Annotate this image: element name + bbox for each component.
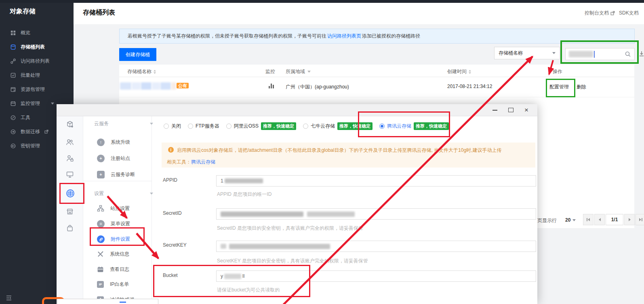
tencent-cos-tool-link[interactable]: 腾讯云存储	[191, 159, 215, 165]
chevron-down-icon	[150, 193, 153, 195]
sidebar-item-bucket-list[interactable]: 存储桶列表	[0, 41, 74, 53]
users-icon[interactable]	[66, 138, 74, 146]
close-button[interactable]: ×	[520, 104, 533, 116]
redacted-bucket-name[interactable]	[120, 82, 176, 90]
paperclip-icon	[97, 235, 105, 243]
info-icon: i	[168, 147, 174, 153]
globe-icon[interactable]	[66, 189, 75, 198]
menu-item-system-info[interactable]: 系统信息	[97, 249, 129, 258]
option-qiniu[interactable]: 七牛云存储 推荐，快速稳定	[303, 122, 373, 130]
option-ftp[interactable]: FTP服务器	[188, 123, 219, 130]
sidebar-item-resource-package[interactable]: 资源包管理	[0, 83, 74, 95]
cos-usage-notice: i 启用腾讯云cos对象存储后，请把/attachment目录（不包括此目录及g…	[162, 143, 535, 168]
bucket-label: Bucket	[163, 273, 178, 278]
sidebar-item-label: 数据迁移	[21, 128, 40, 135]
column-header-bucket-name[interactable]: 存储桶名称	[127, 68, 156, 75]
menu-item-ip-whitelist[interactable]: IP IP白名单	[97, 280, 129, 289]
column-header-created[interactable]: 创建时间	[447, 68, 471, 75]
maximize-button[interactable]	[504, 104, 518, 116]
notice-line1: 启用腾讯云cos对象存储后，请把/attachment目录（不包括此目录及glo…	[177, 147, 501, 154]
menu-group-cloud[interactable]: 云服务	[94, 120, 153, 127]
bag-lock-icon[interactable]	[66, 224, 74, 232]
user-lock-icon[interactable]	[66, 154, 74, 162]
overview-icon	[10, 30, 16, 36]
ip-icon: IP	[97, 281, 104, 288]
last-page-button[interactable]	[636, 214, 644, 225]
column-header-region[interactable]: 所属地域	[286, 68, 311, 75]
diagnosis-icon: +	[97, 171, 105, 178]
radio-icon[interactable]	[188, 124, 193, 129]
menu-item-view-logs[interactable]: 查看日志	[97, 265, 129, 274]
option-aliyun-oss[interactable]: 阿里云OSS 推荐，快速稳定	[226, 122, 296, 130]
table-header-divider	[119, 77, 634, 77]
bucket-list-icon	[10, 44, 16, 50]
sidebar-item-label: 资源包管理	[21, 86, 45, 93]
sidebar-item-overview[interactable]: 概览	[0, 27, 74, 39]
column-header-monitor: 监控	[265, 68, 275, 75]
access-path-page-link[interactable]: 访问路径列表页	[327, 33, 361, 40]
sidebar-item-access-path[interactable]: 访问路径列表	[0, 55, 74, 67]
appid-input[interactable]: 1	[216, 175, 536, 187]
search-icon[interactable]	[625, 51, 631, 57]
menu-item-attachment-settings[interactable]: 附件设置	[97, 235, 130, 243]
permission-notice-banner: 若根账号授予了子账号某存储桶的权限，但未授子账号获取存储桶列表的权限，子账号可前…	[119, 29, 635, 44]
option-close[interactable]: 关闭	[164, 123, 181, 130]
menu-item-cloud-diagnosis[interactable]: + 云服务诊断	[97, 170, 135, 179]
sdk-doc-link[interactable]: SDK文档	[619, 10, 644, 17]
configure-link[interactable]: 配置管理	[549, 84, 569, 90]
menu-item-register-site[interactable]: + 注册站点	[97, 154, 130, 163]
notice-text: 若根账号授予了子账号某存储桶的权限，但未授子账号获取存储桶列表的权限，子账号可前…	[128, 33, 326, 40]
chevron-down-icon	[572, 219, 576, 221]
store-icon[interactable]	[66, 208, 74, 216]
download-icon[interactable]	[638, 50, 644, 57]
tools-label: 相关工具：	[167, 159, 191, 165]
recommend-badge: 推荐，快速稳定	[414, 122, 449, 130]
storage-options: 关闭 FTP服务器 阿里云OSS 推荐，快速稳定 七牛云存储 推荐，快速稳定 腾…	[164, 122, 449, 130]
menu-item-system-upgrade[interactable]: ↑ 系统升级	[97, 138, 130, 147]
option-tencent-cos[interactable]: 腾讯云存储 推荐，快速稳定	[379, 122, 449, 130]
next-page-button[interactable]	[624, 214, 635, 225]
cloud-service-icon[interactable]	[66, 120, 74, 128]
data-migration-icon	[10, 129, 16, 135]
menu-group-settings[interactable]: 设置	[94, 190, 153, 197]
redacted-value	[221, 244, 226, 249]
sidebar-item-batch[interactable]: 批量处理	[0, 69, 74, 81]
bucket-input[interactable]: y ll	[216, 270, 536, 282]
page-size-select[interactable]: 20	[565, 217, 576, 223]
sidebar-collapse-icon[interactable]	[6, 295, 12, 301]
secretid-input[interactable]	[216, 208, 536, 220]
secretkey-input[interactable]	[216, 241, 536, 252]
menu-item-menu-settings[interactable]: ≡ 菜单设置	[97, 219, 130, 228]
search-input[interactable]	[565, 48, 635, 60]
radio-icon[interactable]	[164, 124, 169, 129]
resource-package-icon	[10, 86, 16, 92]
radio-icon[interactable]	[226, 124, 232, 129]
tooltip-fragment	[57, 299, 158, 304]
delete-link[interactable]: 删除	[577, 84, 586, 90]
console-doc-link[interactable]: 控制台文档	[585, 10, 615, 17]
admin-settings-window: × 云服务 ↑ 系统升级	[57, 104, 537, 304]
page-title: 存储桶列表	[83, 8, 115, 17]
tooltip-blue-dash	[120, 302, 126, 303]
sort-icon[interactable]	[154, 70, 156, 74]
minimize-button[interactable]	[488, 104, 502, 116]
menu-item-site-settings[interactable]: 站点设置	[97, 204, 130, 213]
create-bucket-button[interactable]: 创建存储桶	[119, 48, 156, 61]
external-link-icon	[610, 11, 615, 15]
secretid-label: SecretID	[163, 210, 182, 216]
monitor-chart-icon[interactable]	[269, 83, 274, 88]
filter-type-select[interactable]: 存储桶名称	[494, 47, 560, 59]
radio-selected-icon[interactable]	[379, 124, 385, 129]
filter-icon[interactable]	[307, 71, 311, 73]
sort-icon[interactable]	[469, 70, 471, 74]
plus-icon: +	[97, 155, 105, 162]
monitor-icon[interactable]	[66, 170, 74, 178]
column-header-actions: 操作	[553, 68, 562, 75]
first-page-button[interactable]	[583, 214, 593, 225]
app-root: 对象存储 概览 存储桶列表 访问路径列表 批量处理 资源包管理 监控管理	[0, 0, 644, 304]
access-path-icon	[10, 58, 16, 64]
radio-icon[interactable]	[303, 124, 308, 129]
access-badge: 公有	[177, 83, 189, 89]
sitemap-icon	[97, 205, 104, 212]
prev-page-button[interactable]	[594, 214, 605, 225]
